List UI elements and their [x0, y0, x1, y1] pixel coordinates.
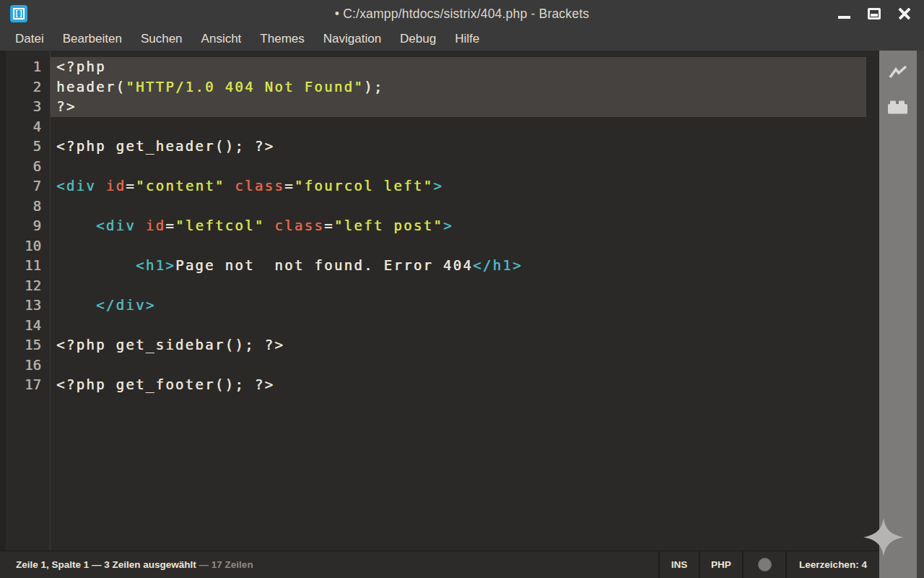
code-line[interactable] — [51, 197, 866, 217]
close-button[interactable] — [892, 3, 917, 25]
code-token: </div> — [96, 297, 155, 313]
line-number[interactable]: 17 — [6, 375, 41, 395]
code-token: id — [106, 178, 126, 194]
code-token: header( — [56, 79, 126, 95]
cursor-info-text: Zeile 1, Spalte 1 — 3 Zeilen ausgewählt — [16, 559, 196, 570]
code-token: id — [146, 217, 165, 233]
code-line[interactable]: <div id="content" class="fourcol left"> — [51, 176, 866, 197]
line-number[interactable]: 8 — [6, 197, 41, 217]
insert-mode-toggle[interactable]: INS — [658, 551, 699, 578]
code-token: class — [274, 217, 324, 233]
live-preview-button[interactable] — [887, 64, 909, 81]
language-label: PHP — [711, 559, 731, 570]
brick-icon — [888, 100, 908, 114]
code-token — [56, 297, 96, 313]
code-token: class — [235, 178, 284, 194]
line-number[interactable]: 15 — [6, 335, 41, 355]
code-token: = — [126, 178, 136, 194]
right-toolbar — [879, 51, 917, 578]
window-right-border — [917, 51, 924, 578]
status-bar: Zeile 1, Spalte 1 — 3 Zeilen ausgewählt … — [0, 551, 879, 578]
code-token: <div — [56, 178, 96, 194]
menu-item-navigation[interactable]: Navigation — [314, 27, 391, 51]
code-token: "content" — [136, 178, 225, 194]
code-line[interactable] — [51, 117, 866, 137]
code-token — [225, 178, 235, 194]
line-number[interactable]: 11 — [6, 256, 41, 276]
insert-mode-label: INS — [671, 559, 688, 570]
line-number[interactable]: 4 — [6, 117, 41, 137]
code-area[interactable]: <?phpheader("HTTP/1.0 404 Not Found");?>… — [51, 51, 879, 551]
code-line[interactable]: <h1>Page not not found. Error 404</h1> — [51, 256, 866, 276]
menu-item-suchen[interactable]: Suchen — [131, 27, 192, 51]
code-token: <?php get_footer(); ?> — [56, 376, 274, 392]
menu-item-debug[interactable]: Debug — [391, 27, 445, 51]
line-number[interactable]: 13 — [6, 296, 41, 316]
minimize-button[interactable] — [832, 3, 856, 25]
code-line[interactable]: ?> — [51, 97, 866, 117]
brackets-window: [] • C:/xampp/htdocs/sistrix/404.php - B… — [0, 0, 924, 578]
window-controls — [832, 0, 917, 27]
window-title: • C:/xampp/htdocs/sistrix/404.php - Brac… — [0, 0, 924, 27]
line-count-text: — 17 Zeilen — [196, 559, 253, 570]
menu-item-bearbeiten[interactable]: Bearbeiten — [53, 27, 131, 51]
line-number[interactable]: 16 — [6, 355, 41, 376]
menu-item-hilfe[interactable]: Hilfe — [445, 27, 489, 51]
line-number[interactable]: 3 — [6, 97, 41, 117]
code-line[interactable] — [51, 355, 866, 376]
line-number[interactable]: 5 — [6, 137, 41, 157]
code-token: ?> — [56, 98, 76, 114]
code-token — [265, 217, 275, 233]
code-line[interactable]: <?php get_header(); ?> — [51, 137, 866, 157]
maximize-button[interactable] — [862, 3, 886, 25]
code-line[interactable]: header("HTTP/1.0 404 Not Found"); — [51, 77, 866, 98]
code-token: > — [433, 178, 443, 194]
code-token: = — [324, 217, 334, 233]
minimize-icon — [838, 16, 850, 19]
maximize-icon — [868, 8, 881, 20]
code-line[interactable] — [51, 236, 866, 256]
line-number[interactable]: 9 — [6, 216, 41, 236]
code-token — [96, 178, 106, 194]
code-line[interactable] — [51, 276, 866, 296]
code-line[interactable]: <?php get_footer(); ?> — [51, 375, 866, 395]
code-token: = — [165, 217, 175, 233]
close-icon — [898, 7, 911, 20]
line-number[interactable]: 12 — [6, 276, 41, 296]
indentation-setting[interactable]: Leerzeichen: 4 — [785, 551, 879, 578]
code-token: = — [284, 178, 295, 194]
menu-item-datei[interactable]: Datei — [6, 27, 53, 51]
lint-status-button[interactable] — [742, 551, 785, 578]
menu-item-themes[interactable]: Themes — [250, 27, 313, 51]
code-token — [56, 257, 136, 273]
line-number[interactable]: 6 — [6, 157, 41, 177]
code-line[interactable]: <?php — [51, 57, 866, 77]
spaces-label: Leerzeichen: — [799, 559, 859, 570]
language-selector[interactable]: PHP — [699, 551, 742, 578]
line-number[interactable]: 7 — [6, 176, 41, 197]
spaces-value-number[interactable]: 4 — [861, 559, 867, 570]
menu-bar: DateiBearbeitenSuchenAnsichtThemesNaviga… — [6, 27, 489, 51]
line-number[interactable]: 1 — [6, 57, 41, 77]
code-token: > — [443, 217, 453, 233]
line-number-gutter: 1234567891011121314151617 — [6, 51, 51, 551]
menu-item-ansicht[interactable]: Ansicht — [192, 27, 251, 51]
code-line[interactable]: <div id="leftcol" class="left post"> — [51, 216, 866, 236]
line-number[interactable]: 10 — [6, 236, 41, 256]
code-editor[interactable]: 1234567891011121314151617 <?phpheader("H… — [6, 51, 879, 551]
code-token — [136, 217, 146, 233]
line-number[interactable]: 14 — [6, 316, 41, 336]
code-line[interactable] — [51, 316, 866, 336]
code-line[interactable]: </div> — [51, 296, 866, 316]
line-number[interactable]: 2 — [6, 77, 41, 98]
code-token: "fourcol left" — [295, 178, 433, 194]
cursor-position-info: Zeile 1, Spalte 1 — 3 Zeilen ausgewählt … — [0, 559, 253, 570]
extension-manager-button[interactable] — [887, 98, 909, 116]
code-token: <?php — [56, 59, 106, 74]
code-line[interactable] — [51, 157, 866, 177]
code-token: Page not not found. Error 404 — [175, 257, 473, 273]
window-left-border — [0, 51, 6, 551]
lint-status-icon — [758, 558, 772, 571]
title-bar[interactable]: [] • C:/xampp/htdocs/sistrix/404.php - B… — [0, 0, 924, 27]
code-line[interactable]: <?php get_sidebar(); ?> — [51, 335, 866, 355]
